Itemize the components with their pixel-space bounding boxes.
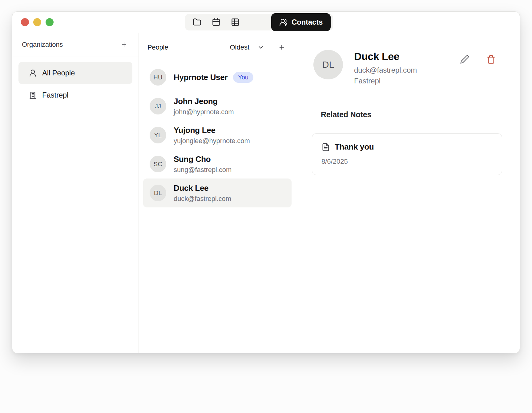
close-window-button[interactable] bbox=[21, 18, 29, 26]
person-email: duck@fastrepl.com bbox=[174, 195, 231, 203]
zoom-window-button[interactable] bbox=[46, 18, 54, 26]
person-row-yujong-lee[interactable]: YL Yujong Lee yujonglee@hyprnote.com bbox=[143, 121, 292, 150]
contact-actions bbox=[459, 50, 496, 100]
person-info: Sung Cho sung@fastrepl.com bbox=[174, 154, 232, 174]
people-header: People Oldest bbox=[139, 33, 296, 62]
avatar: JJ bbox=[150, 98, 166, 114]
delete-contact-button[interactable] bbox=[486, 54, 496, 66]
sidebar-item-label: Fastrepl bbox=[42, 91, 68, 99]
contact-avatar: DL bbox=[313, 50, 343, 79]
file-text-icon bbox=[321, 143, 330, 151]
avatar: DL bbox=[150, 185, 166, 201]
app-window: Contacts Organizations All People bbox=[12, 11, 520, 353]
content-area: Organizations All People bbox=[12, 33, 520, 353]
person-info: Hyprnote User You bbox=[174, 72, 253, 83]
you-badge: You bbox=[233, 72, 253, 83]
plus-icon bbox=[121, 41, 127, 48]
note-card-thank-you[interactable]: Thank you 8/6/2025 bbox=[312, 133, 502, 175]
sort-dropdown[interactable]: Oldest bbox=[230, 43, 264, 51]
view-switcher: Contacts bbox=[185, 14, 333, 30]
minimize-window-button[interactable] bbox=[33, 18, 41, 26]
calendar-view-button[interactable] bbox=[207, 15, 226, 29]
contact-email: duck@fastrepl.com bbox=[354, 66, 417, 74]
avatar: HU bbox=[150, 69, 166, 86]
sort-value: Oldest bbox=[230, 43, 249, 51]
notes-view-button[interactable] bbox=[187, 15, 207, 29]
person-info: Yujong Lee yujonglee@hyprnote.com bbox=[174, 126, 250, 145]
add-person-button[interactable] bbox=[277, 43, 286, 52]
contact-organization: Fastrepl bbox=[354, 77, 417, 85]
trash-icon bbox=[486, 55, 496, 64]
person-email: yujonglee@hyprnote.com bbox=[174, 137, 250, 145]
user-icon bbox=[29, 69, 37, 77]
sidebar-item-label: All People bbox=[42, 69, 75, 77]
folder-icon bbox=[193, 18, 201, 26]
people-heading: People bbox=[147, 43, 168, 51]
contact-name: Duck Lee bbox=[354, 50, 417, 62]
person-info: Duck Lee duck@fastrepl.com bbox=[174, 183, 231, 203]
person-name: Hyprnote User bbox=[174, 73, 228, 82]
person-row-sung-cho[interactable]: SC Sung Cho sung@fastrepl.com bbox=[143, 150, 292, 178]
note-title-row: Thank you bbox=[321, 142, 493, 152]
titlebar: Contacts bbox=[12, 12, 520, 33]
window-controls bbox=[21, 18, 54, 26]
calendar-icon bbox=[212, 18, 220, 26]
person-name: Sung Cho bbox=[174, 154, 232, 164]
chevron-down-icon bbox=[257, 44, 264, 51]
contact-info: Duck Lee duck@fastrepl.com Fastrepl bbox=[354, 50, 417, 100]
contact-detail-header: DL Duck Lee duck@fastrepl.com Fastrepl bbox=[296, 33, 520, 100]
organizations-heading: Organizations bbox=[22, 41, 63, 49]
avatar: YL bbox=[150, 127, 166, 143]
people-panel: People Oldest HU bbox=[139, 33, 296, 353]
contacts-tab-label: Contacts bbox=[292, 18, 323, 26]
person-row-duck-lee[interactable]: DL Duck Lee duck@fastrepl.com bbox=[143, 178, 292, 207]
edit-contact-button[interactable] bbox=[459, 54, 470, 66]
note-date: 8/6/2025 bbox=[321, 158, 493, 166]
sidebar-item-all-people[interactable]: All People bbox=[18, 62, 132, 84]
users-icon bbox=[279, 18, 288, 26]
table-view-button[interactable] bbox=[226, 15, 245, 29]
organizations-header: Organizations bbox=[12, 33, 139, 57]
related-notes-heading: Related Notes bbox=[321, 110, 502, 119]
organizations-sidebar: Organizations All People bbox=[12, 33, 139, 353]
contact-detail-body: Related Notes Thank you 8/6/2025 bbox=[296, 100, 520, 175]
person-name: Duck Lee bbox=[174, 183, 231, 193]
pencil-icon bbox=[460, 55, 469, 64]
avatar: SC bbox=[150, 156, 166, 172]
person-name: Yujong Lee bbox=[174, 126, 250, 135]
contacts-view-button[interactable]: Contacts bbox=[271, 13, 331, 31]
table-icon bbox=[231, 18, 240, 26]
sidebar-item-fastrepl[interactable]: Fastrepl bbox=[18, 84, 132, 106]
building-icon bbox=[29, 91, 37, 99]
add-organization-button[interactable] bbox=[119, 40, 129, 49]
organizations-list: All People Fastrepl bbox=[12, 57, 139, 111]
person-row-hyprnote-user[interactable]: HU Hyprnote User You bbox=[143, 63, 292, 92]
person-row-john-jeong[interactable]: JJ John Jeong john@hyprnote.com bbox=[143, 92, 292, 121]
note-title: Thank you bbox=[335, 142, 374, 152]
person-info: John Jeong john@hyprnote.com bbox=[174, 97, 234, 116]
contact-detail-panel: DL Duck Lee duck@fastrepl.com Fastrepl bbox=[296, 33, 520, 353]
person-name: John Jeong bbox=[174, 97, 234, 106]
people-list: HU Hyprnote User You JJ John Jeong john@… bbox=[139, 62, 296, 353]
person-email: sung@fastrepl.com bbox=[174, 166, 232, 174]
plus-icon bbox=[278, 44, 285, 51]
person-email: john@hyprnote.com bbox=[174, 108, 234, 116]
